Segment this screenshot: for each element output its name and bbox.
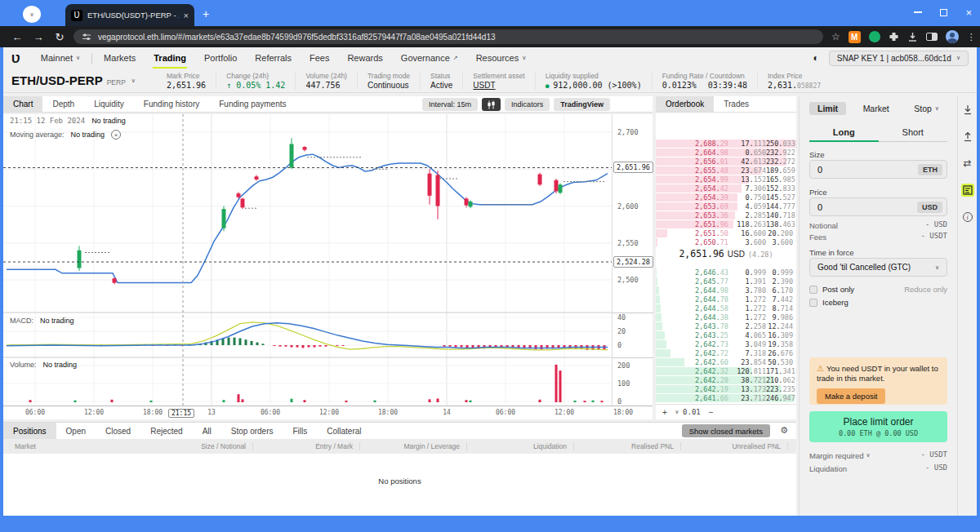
tab-collateral[interactable]: Collateral: [317, 423, 371, 439]
tab-orderbook[interactable]: Orderbook: [656, 96, 714, 112]
market-name[interactable]: ETH/USD-PERP: [11, 73, 103, 87]
reload-icon[interactable]: ↻: [49, 31, 70, 43]
ask-row[interactable]: 2,651.5016.60020.200: [656, 228, 796, 237]
tif-select[interactable]: Good 'til Cancelled (GTC) ∨: [809, 258, 947, 277]
nav-item-markets[interactable]: Markets: [95, 47, 145, 69]
tab-funding-history[interactable]: Funding history: [134, 96, 209, 112]
make-deposit-button[interactable]: Make a deposit: [817, 388, 885, 404]
time-axis[interactable]: 06:0012:0018:0021:151306:0012:0018:00140…: [3, 406, 653, 419]
bid-row[interactable]: 2,642.6023.85450.530: [656, 357, 796, 366]
url-bar[interactable]: vegaprotocol.eth.limo/#/markets/e63a37ed…: [74, 29, 823, 44]
tab-stop-orders[interactable]: Stop orders: [221, 423, 283, 439]
site-settings-icon[interactable]: [82, 32, 91, 42]
bid-row[interactable]: 2,642.32120.811171.341: [656, 366, 796, 375]
ask-row[interactable]: 2,651.96118.263138.463: [656, 219, 796, 228]
nav-item-resources[interactable]: Resources∨: [467, 47, 536, 69]
theme-toggle-icon[interactable]: ◐: [813, 52, 819, 64]
ask-row[interactable]: 2,654.427.306152.833: [656, 184, 796, 193]
bid-row[interactable]: 2,644.381.2729.986: [656, 313, 796, 321]
side-tab-short[interactable]: Short: [879, 122, 948, 141]
ask-row[interactable]: 2,664.980.650232.922: [656, 148, 796, 157]
order-type-stop[interactable]: Stop∨: [906, 102, 947, 115]
bid-row[interactable]: 2,643.782.25812.244: [656, 321, 796, 330]
new-tab-button[interactable]: +: [203, 7, 209, 20]
tab-all[interactable]: All: [193, 423, 221, 439]
tab-liquidity[interactable]: Liquidity: [84, 96, 134, 112]
bid-row[interactable]: 2,644.781.2727.442: [656, 295, 796, 304]
bid-row[interactable]: 2,644.581.2728.714: [656, 304, 796, 313]
nav-item-governance[interactable]: Governance↗: [392, 47, 467, 69]
extensions-puzzle-icon[interactable]: [889, 32, 899, 42]
ask-row[interactable]: 2,688.2917.111250.033: [656, 139, 796, 148]
close-icon[interactable]: ×: [965, 7, 972, 19]
nav-item-portfolio[interactable]: Portfolio: [195, 47, 246, 69]
browser-tab[interactable]: Ʋ ETH/USD(USDT)-PERP - 2,651.9 ×: [65, 4, 194, 26]
bid-row[interactable]: 2,642.727.31826.676: [656, 348, 796, 357]
indicators-button[interactable]: Indicators: [505, 98, 550, 111]
place-order-button[interactable]: Place limit order 0.00 ETH @ 0.00 USD: [809, 411, 947, 442]
bid-row[interactable]: 2,644.983.7806.170: [656, 286, 796, 295]
maximize-icon[interactable]: [940, 9, 947, 16]
menu-kebab-icon[interactable]: ⋮: [967, 32, 976, 42]
green-extension-icon[interactable]: [869, 31, 880, 42]
bid-row[interactable]: 2,643.254.06516.309: [656, 330, 796, 339]
back-icon[interactable]: ←: [7, 31, 28, 43]
info-icon[interactable]: i: [961, 211, 974, 224]
withdraw-icon[interactable]: [961, 130, 974, 143]
candlestick-chart[interactable]: [3, 114, 612, 406]
gear-icon[interactable]: ⚙: [780, 425, 788, 436]
nav-item-fees[interactable]: Fees: [301, 47, 338, 69]
iceberg-checkbox[interactable]: [809, 299, 817, 307]
candlestick-style-button[interactable]: [482, 98, 501, 111]
tab-positions[interactable]: Positions: [3, 423, 56, 439]
bid-row[interactable]: 2,642.733.04919.358: [656, 339, 796, 348]
bid-row[interactable]: 2,645.771.3912.390: [656, 277, 796, 286]
precision-dropdown[interactable]: ∨ 0.01: [675, 408, 701, 416]
chevron-down-icon[interactable]: ∨: [131, 78, 136, 84]
side-tab-long[interactable]: Long: [809, 122, 879, 141]
tab-rejected[interactable]: Rejected: [140, 423, 192, 439]
nav-item-mainnet[interactable]: Mainnet∨: [32, 47, 89, 69]
bookmark-star-icon[interactable]: ☆: [831, 31, 840, 42]
forward-icon[interactable]: →: [28, 31, 49, 43]
price-axis[interactable]: 2,7002,6002,5502,5002,651.962,524.284020…: [612, 114, 653, 406]
downloads-icon[interactable]: [907, 32, 918, 42]
ask-row[interactable]: 2,655.4823.674189.659: [656, 166, 796, 175]
bid-row[interactable]: 2,642.2038.721210.062: [656, 375, 796, 384]
chart-area[interactable]: 21:15 12 Feb 2024 No trading Moving aver…: [3, 114, 653, 419]
tab-open[interactable]: Open: [56, 423, 96, 439]
tab-close-icon[interactable]: ×: [184, 11, 189, 20]
tab-search-button[interactable]: ∨: [23, 6, 41, 23]
ask-row[interactable]: 2,654.390.750145.527: [656, 193, 796, 202]
ask-row[interactable]: 2,654.9913.152165.985: [656, 175, 796, 184]
zoom-out-button[interactable]: −: [709, 408, 714, 417]
side-panel-icon[interactable]: [926, 33, 938, 41]
chevron-down-icon[interactable]: ∨: [866, 452, 871, 459]
zoom-in-button[interactable]: +: [662, 408, 667, 417]
interval-button[interactable]: Interval: 15m: [422, 98, 478, 111]
wallet-key-button[interactable]: SNAP KEY 1 | acb058...60dc1d ∨: [829, 51, 969, 66]
bid-row[interactable]: 2,641.6623.712246.947: [656, 393, 796, 402]
minimize-icon[interactable]: [914, 11, 922, 13]
tradingview-button[interactable]: TradingView: [554, 98, 610, 111]
show-closed-markets-button[interactable]: Show closed markets: [682, 424, 770, 437]
size-input[interactable]: 0 ETH: [809, 160, 947, 179]
price-input[interactable]: 0 USD: [809, 197, 947, 216]
profile-avatar[interactable]: [946, 30, 959, 43]
tab-chart[interactable]: Chart: [3, 96, 42, 112]
post-only-checkbox[interactable]: [809, 286, 817, 294]
ask-row[interactable]: 2,650.713.6003.600: [656, 237, 796, 246]
order-type-market[interactable]: Market: [855, 102, 898, 115]
bid-row[interactable]: 2,646.430.9990.999: [656, 268, 796, 277]
tab-fills[interactable]: Fills: [283, 423, 317, 439]
metamask-extension-icon[interactable]: M: [849, 31, 861, 43]
remove-indicator-icon[interactable]: ×: [111, 130, 121, 140]
tab-closed[interactable]: Closed: [96, 423, 140, 439]
deposit-icon[interactable]: [961, 103, 974, 116]
transfer-icon[interactable]: ⇄: [961, 157, 974, 170]
order-type-limit[interactable]: Limit: [809, 102, 846, 115]
nav-item-referrals[interactable]: Referrals: [246, 47, 301, 69]
tab-funding-payments[interactable]: Funding payments: [209, 96, 296, 112]
nav-item-rewards[interactable]: Rewards: [338, 47, 391, 69]
ask-row[interactable]: 2,653.694.059144.777: [656, 202, 796, 211]
